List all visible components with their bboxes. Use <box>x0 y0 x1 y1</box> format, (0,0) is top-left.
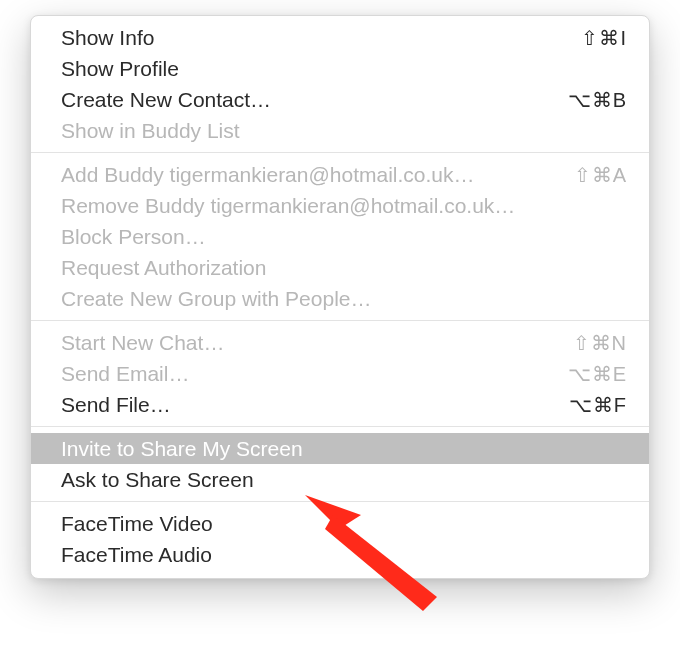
menu-item-shortcut: ⌥⌘B <box>552 88 627 112</box>
menu-separator <box>31 320 649 321</box>
menu-item-show-profile[interactable]: Show Profile <box>31 53 649 84</box>
menu-item-shortcut: ⌥⌘F <box>553 393 627 417</box>
menu-separator <box>31 501 649 502</box>
menu-item-label: Send Email… <box>61 362 189 386</box>
menu-item-label: Show Info <box>61 26 154 50</box>
menu-item-label: Request Authorization <box>61 256 266 280</box>
menu-item-shortcut: ⇧⌘A <box>558 163 627 187</box>
menu-item-label: Ask to Share Screen <box>61 468 254 492</box>
menu-item-create-new-group-with-people: Create New Group with People… <box>31 283 649 314</box>
menu-item-label: Create New Group with People… <box>61 287 371 311</box>
menu-item-shortcut: ⇧⌘N <box>557 331 627 355</box>
menu-item-label: Show Profile <box>61 57 179 81</box>
menu-item-request-authorization: Request Authorization <box>31 252 649 283</box>
menu-item-label: FaceTime Audio <box>61 543 212 567</box>
menu-item-label: Create New Contact… <box>61 88 271 112</box>
menu-item-label: Show in Buddy List <box>61 119 240 143</box>
menu-item-show-in-buddy-list: Show in Buddy List <box>31 115 649 146</box>
menu-item-label: FaceTime Video <box>61 512 213 536</box>
menu-item-send-email: Send Email…⌥⌘E <box>31 358 649 389</box>
menu-item-start-new-chat: Start New Chat…⇧⌘N <box>31 327 649 358</box>
menu-separator <box>31 426 649 427</box>
menu-item-label: Add Buddy tigermankieran@hotmail.co.uk… <box>61 163 475 187</box>
menu-item-facetime-audio[interactable]: FaceTime Audio <box>31 539 649 570</box>
menu-item-label: Start New Chat… <box>61 331 224 355</box>
menu-item-invite-to-share-my-screen[interactable]: Invite to Share My Screen <box>31 433 649 464</box>
menu-item-remove-buddy-tigermankieran-hotmail-co-u: Remove Buddy tigermankieran@hotmail.co.u… <box>31 190 649 221</box>
menu-item-create-new-contact[interactable]: Create New Contact…⌥⌘B <box>31 84 649 115</box>
menu-item-label: Send File… <box>61 393 171 417</box>
menu-item-add-buddy-tigermankieran-hotmail-co-uk: Add Buddy tigermankieran@hotmail.co.uk…⇧… <box>31 159 649 190</box>
menu-item-label: Block Person… <box>61 225 206 249</box>
menu-item-ask-to-share-screen[interactable]: Ask to Share Screen <box>31 464 649 495</box>
menu-item-label: Invite to Share My Screen <box>61 437 303 461</box>
context-menu[interactable]: Show Info⇧⌘IShow ProfileCreate New Conta… <box>30 15 650 579</box>
menu-item-label: Remove Buddy tigermankieran@hotmail.co.u… <box>61 194 515 218</box>
menu-item-facetime-video[interactable]: FaceTime Video <box>31 508 649 539</box>
menu-separator <box>31 152 649 153</box>
menu-item-shortcut: ⌥⌘E <box>552 362 627 386</box>
menu-item-shortcut: ⇧⌘I <box>565 26 627 50</box>
menu-item-block-person: Block Person… <box>31 221 649 252</box>
menu-item-show-info[interactable]: Show Info⇧⌘I <box>31 22 649 53</box>
menu-item-send-file[interactable]: Send File…⌥⌘F <box>31 389 649 420</box>
